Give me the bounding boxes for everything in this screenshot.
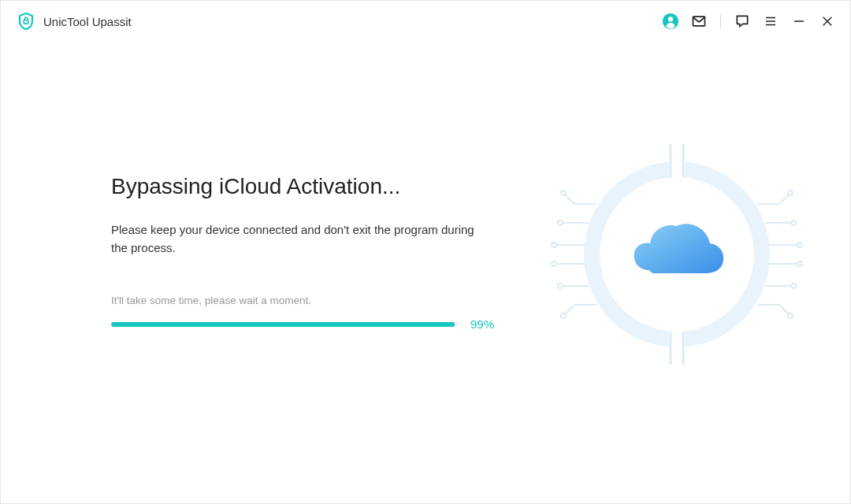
- svg-point-25: [791, 220, 796, 225]
- account-icon[interactable]: [662, 13, 679, 30]
- content: Bypassing iCloud Activation... Please ke…: [1, 42, 850, 503]
- svg-point-20: [552, 243, 556, 247]
- progress-hint: It'll take some time, please wait a mome…: [111, 295, 505, 306]
- brand-logo-icon: [17, 12, 35, 31]
- svg-point-29: [788, 313, 793, 318]
- main-panel: Bypassing iCloud Activation... Please ke…: [111, 174, 505, 331]
- svg-point-19: [558, 220, 563, 225]
- page-subtext: Please keep your device connected and do…: [111, 221, 489, 257]
- minimize-icon[interactable]: [790, 13, 808, 30]
- svg-point-26: [797, 243, 802, 247]
- svg-point-18: [561, 191, 566, 195]
- svg-point-23: [561, 313, 566, 318]
- mail-icon[interactable]: [690, 13, 708, 30]
- close-icon[interactable]: [819, 13, 836, 30]
- svg-point-21: [552, 261, 556, 266]
- svg-point-22: [558, 284, 563, 288]
- chat-icon[interactable]: [734, 13, 751, 30]
- progress-fill: [111, 322, 455, 327]
- menu-icon[interactable]: [762, 13, 779, 30]
- titlebar-divider: [720, 14, 721, 28]
- brand: UnicTool Upassit: [17, 12, 132, 31]
- titlebar-actions: [662, 13, 836, 30]
- titlebar: UnicTool Upassit: [1, 1, 850, 42]
- page-heading: Bypassing iCloud Activation...: [111, 174, 505, 199]
- svg-point-27: [797, 261, 802, 266]
- svg-point-28: [791, 284, 796, 288]
- cloud-illustration: [551, 128, 803, 380]
- progress-bar: [111, 322, 458, 327]
- svg-rect-0: [24, 20, 28, 24]
- svg-point-2: [668, 17, 673, 21]
- progress-percent: 99%: [470, 317, 494, 331]
- progress-row: 99%: [111, 317, 505, 331]
- app-title: UnicTool Upassit: [43, 15, 132, 28]
- svg-point-24: [788, 191, 793, 195]
